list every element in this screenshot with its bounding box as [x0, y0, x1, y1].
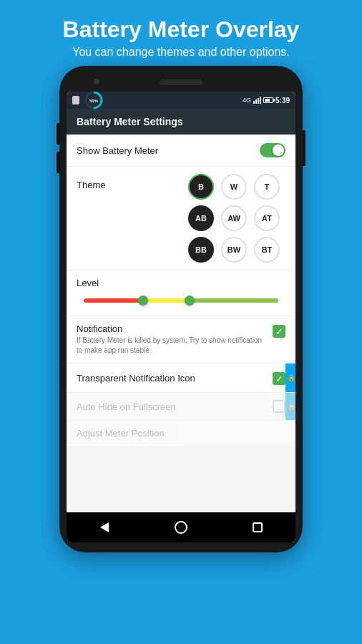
- transparent-notification-label: Transparent Notification Icon: [77, 373, 195, 384]
- nav-back-button[interactable]: [94, 517, 114, 537]
- nav-recents-button[interactable]: [248, 517, 268, 537]
- auto-hide-lock-icon: 🔒: [288, 403, 295, 410]
- level-section: Level: [67, 270, 295, 316]
- front-camera: [94, 79, 99, 84]
- theme-btn-T[interactable]: T: [254, 174, 280, 200]
- notification-desc: If Battery Meter is killed by system, Tr…: [77, 336, 265, 356]
- adjust-meter-label: Adjust Meter Position: [77, 428, 165, 439]
- page-subtitle: You can change themes and other options.: [21, 46, 341, 59]
- status-bar: 50% 4G 5:39: [67, 92, 295, 109]
- notification-title: Notification: [77, 323, 265, 334]
- level-thumb-high[interactable]: [185, 296, 195, 306]
- page-header: Battery Meter Overlay You can change the…: [0, 0, 362, 66]
- theme-btn-BT[interactable]: BT: [254, 237, 280, 263]
- auto-hide-label: Auto Hide on Fullscreen: [77, 401, 176, 412]
- theme-section: Theme B W T AB AW AT: [67, 167, 295, 270]
- home-icon: [175, 521, 187, 534]
- toggle-thumb: [273, 145, 284, 156]
- battery-indicator: [263, 97, 273, 103]
- show-battery-meter-row[interactable]: Show Battery Meter: [67, 135, 295, 167]
- transparent-notification-checkbox[interactable]: ✓: [273, 372, 285, 385]
- theme-btn-B[interactable]: B: [188, 174, 214, 200]
- battery-tip: [273, 99, 275, 102]
- show-battery-meter-toggle[interactable]: [260, 143, 285, 157]
- transparent-notification-row[interactable]: Transparent Notification Icon ✓ 🔒: [67, 364, 295, 393]
- transparent-checkbox-check-icon: ✓: [275, 374, 283, 384]
- theme-btn-AW[interactable]: AW: [221, 205, 247, 231]
- auto-hide-row[interactable]: Auto Hide on Fullscreen 🔒: [67, 393, 295, 421]
- battery-overlay-status: 50%: [82, 93, 105, 107]
- phone-shell: 50% 4G 5:39 Battery: [59, 66, 303, 552]
- theme-label: Theme: [77, 174, 127, 190]
- theme-btn-W[interactable]: W: [221, 174, 247, 200]
- notification-text: Notification If Battery Meter is killed …: [77, 323, 265, 356]
- status-right: 4G 5:39: [243, 97, 290, 104]
- settings-content: Show Battery Meter Theme B W T: [67, 135, 295, 512]
- app-bar: Battery Meter Settings: [67, 109, 295, 135]
- notification-row[interactable]: Notification If Battery Meter is killed …: [67, 316, 295, 364]
- signal-bar-1: [253, 101, 255, 104]
- notification-checkbox[interactable]: ✓: [273, 325, 285, 338]
- signal-bar-2: [255, 99, 257, 104]
- recents-icon: [253, 522, 263, 532]
- volume-down-button: [57, 152, 59, 173]
- status-left: 50%: [72, 93, 105, 107]
- theme-btn-BB[interactable]: BB: [188, 237, 214, 263]
- lock-icon: 🔒: [288, 374, 295, 381]
- battery-fill: [265, 99, 270, 102]
- show-battery-meter-label: Show Battery Meter: [77, 145, 158, 156]
- level-track[interactable]: [84, 298, 278, 303]
- volume-up-button: [57, 123, 59, 145]
- earpiece-speaker: [160, 79, 202, 85]
- theme-btn-BW[interactable]: BW: [221, 237, 247, 263]
- svg-text:50%: 50%: [89, 99, 99, 103]
- app-bar-title: Battery Meter Settings: [77, 116, 285, 127]
- level-thumb-low[interactable]: [138, 296, 148, 306]
- page-title: Battery Meter Overlay: [21, 16, 341, 43]
- power-button: [303, 130, 305, 166]
- transparent-lock-badge: 🔒: [285, 364, 295, 392]
- signal-bars: [253, 97, 261, 104]
- back-icon: [100, 522, 109, 532]
- signal-type: 4G: [243, 97, 251, 104]
- phone-nav: [67, 512, 295, 542]
- checkbox-check-icon: ✓: [275, 327, 283, 336]
- nav-home-button[interactable]: [171, 517, 191, 537]
- phone-top: [67, 76, 295, 89]
- notification-icon: [72, 96, 79, 104]
- signal-bar-3: [258, 98, 259, 104]
- status-time: 5:39: [275, 97, 290, 104]
- auto-hide-lock-badge: 🔒: [285, 393, 295, 420]
- auto-hide-checkbox[interactable]: [273, 400, 285, 413]
- adjust-meter-row[interactable]: Adjust Meter Position: [67, 421, 295, 446]
- signal-bar-4: [260, 97, 261, 104]
- theme-btn-AB[interactable]: AB: [188, 205, 214, 231]
- theme-btn-AT[interactable]: AT: [254, 205, 280, 231]
- phone-screen: 50% 4G 5:39 Battery: [67, 92, 295, 542]
- level-label: Level: [77, 278, 285, 288]
